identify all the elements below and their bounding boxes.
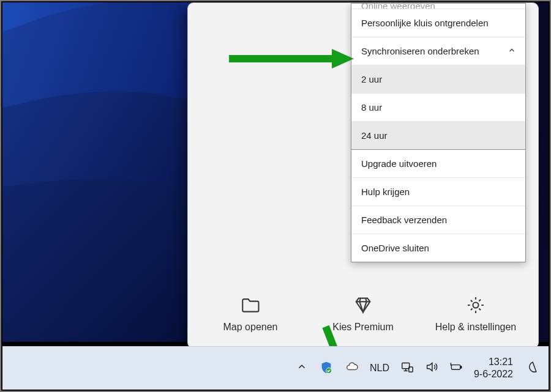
pause-option-2h[interactable]: 2 uur — [351, 65, 525, 94]
annotation-arrow-menu — [228, 46, 356, 73]
tray-chevron-up-icon[interactable] — [295, 360, 309, 376]
menu-item-pause-sync[interactable]: Synchroniseren onderbreken — [351, 37, 525, 65]
svg-rect-9 — [460, 366, 462, 368]
menu-item-upgrade[interactable]: Upgrade uitvoeren — [351, 150, 525, 178]
windows-security-icon[interactable] — [320, 361, 334, 375]
taskbar-date: 9-6-2022 — [474, 368, 513, 380]
menu-item-get-help[interactable]: Hulp krijgen — [351, 178, 525, 206]
volume-icon[interactable] — [425, 360, 438, 376]
menu-item-unlock-vault[interactable]: Persoonlijke kluis ontgrendelen — [351, 9, 525, 37]
battery-icon[interactable] — [449, 360, 463, 376]
chevron-up-icon — [508, 46, 515, 56]
open-folder-button[interactable]: Map openen — [200, 295, 301, 333]
menu-item-pause-sync-label: Synchroniseren onderbreken — [361, 46, 479, 56]
menu-item-feedback[interactable]: Feedback verzenden — [351, 206, 525, 234]
open-folder-label: Map openen — [223, 322, 278, 333]
menu-item-view-online[interactable]: Online weergeven — [351, 4, 525, 9]
svg-line-3 — [326, 327, 334, 349]
taskbar: NLD 13:21 9-6-2022 — [2, 346, 549, 390]
taskbar-clock[interactable]: 13:21 9-6-2022 — [474, 356, 513, 380]
pause-option-24h[interactable]: 24 uur — [351, 122, 525, 149]
svg-rect-6 — [402, 363, 410, 369]
onedrive-settings-menu: Online weergeven Persoonlijke kluis ontg… — [351, 3, 526, 262]
onedrive-tray-icon[interactable] — [345, 360, 359, 376]
svg-rect-8 — [451, 365, 460, 370]
svg-marker-2 — [332, 49, 354, 68]
gear-icon — [465, 295, 486, 316]
pause-option-8h[interactable]: 8 uur — [351, 94, 525, 122]
notification-center-icon[interactable] — [528, 360, 541, 376]
help-settings-button[interactable]: Help & instellingen — [425, 295, 527, 333]
help-settings-label: Help & instellingen — [435, 322, 517, 333]
network-icon[interactable] — [400, 360, 414, 376]
taskbar-time: 13:21 — [474, 356, 513, 368]
folder-icon — [240, 295, 261, 316]
svg-point-0 — [473, 302, 478, 308]
language-indicator[interactable]: NLD — [370, 363, 389, 374]
diamond-icon — [353, 295, 373, 316]
onedrive-bottom-actions: Map openen Kies Premium Help & instellin… — [188, 279, 538, 348]
menu-item-quit[interactable]: OneDrive sluiten — [351, 234, 525, 262]
